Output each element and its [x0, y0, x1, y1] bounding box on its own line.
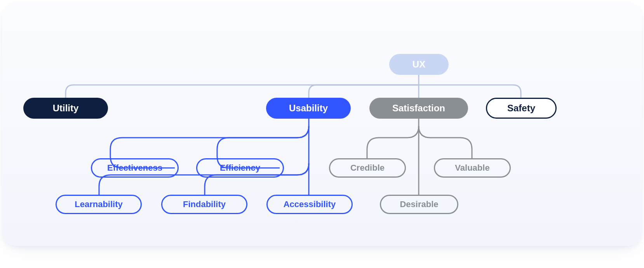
node-satisfaction: Satisfaction [369, 98, 468, 119]
node-label: Utility [53, 103, 79, 114]
node-credible: Credible [329, 158, 406, 178]
node-findability: Findability [161, 195, 247, 214]
node-label: Desirable [400, 199, 438, 209]
node-label: Findability [183, 199, 226, 209]
node-effectiveness: Effectiveness [91, 158, 179, 178]
node-label: Effectiveness [107, 163, 162, 173]
node-label: UX [413, 59, 425, 70]
node-label: Learnability [75, 199, 122, 209]
diagram-card: UX Utility Usability Satisfaction Safety… [2, 2, 642, 246]
node-valuable: Valuable [434, 158, 511, 178]
node-label: Accessibility [284, 199, 336, 209]
node-label: Safety [507, 103, 535, 114]
node-label: Valuable [455, 163, 489, 173]
node-ux: UX [389, 54, 449, 75]
node-accessibility: Accessibility [266, 195, 353, 214]
node-desirable: Desirable [380, 195, 458, 214]
node-learnability: Learnability [56, 195, 142, 214]
node-label: Usability [289, 103, 328, 114]
node-safety: Safety [486, 98, 557, 119]
node-efficiency: Efficiency [196, 158, 284, 178]
node-label: Efficiency [220, 163, 260, 173]
node-label: Satisfaction [392, 103, 445, 114]
node-usability: Usability [266, 98, 351, 119]
node-utility: Utility [23, 98, 108, 119]
node-label: Credible [350, 163, 385, 173]
